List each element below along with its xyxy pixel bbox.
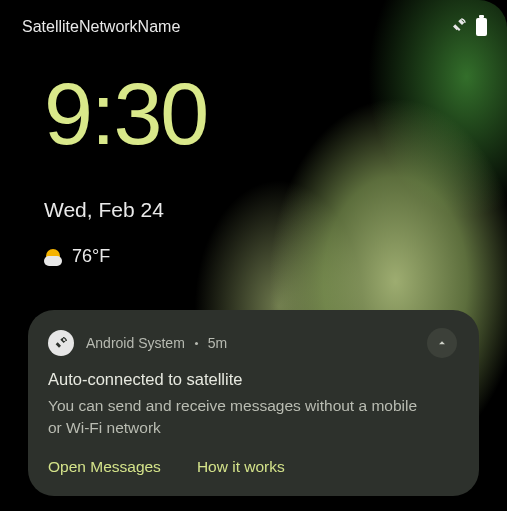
status-icons bbox=[450, 16, 487, 38]
status-bar: SatelliteNetworkName bbox=[22, 16, 487, 38]
satellite-icon bbox=[450, 16, 468, 38]
notification-header: Android System 5m bbox=[48, 330, 457, 356]
notification-source-row: Android System 5m bbox=[86, 335, 227, 351]
notification-title: Auto-connected to satellite bbox=[48, 370, 457, 389]
partly-cloudy-icon bbox=[44, 247, 64, 267]
notification-actions: Open Messages How it works bbox=[48, 458, 457, 476]
lock-date: Wed, Feb 24 bbox=[44, 198, 164, 222]
notification-body: You can send and receive messages withou… bbox=[48, 395, 424, 440]
expand-button[interactable] bbox=[427, 328, 457, 358]
network-name-label: SatelliteNetworkName bbox=[22, 18, 180, 36]
separator-dot bbox=[195, 342, 198, 345]
lock-clock: 9:30 bbox=[44, 70, 207, 158]
notification-age: 5m bbox=[208, 335, 227, 351]
lock-screen: SatelliteNetworkName 9:30 Wed, Feb 24 76… bbox=[0, 0, 507, 511]
battery-full-icon bbox=[476, 18, 487, 36]
satellite-dish-icon bbox=[48, 330, 74, 356]
how-it-works-button[interactable]: How it works bbox=[197, 458, 285, 476]
weather-temp: 76°F bbox=[72, 246, 110, 267]
open-messages-button[interactable]: Open Messages bbox=[48, 458, 161, 476]
weather-widget[interactable]: 76°F bbox=[44, 246, 110, 267]
notification-source: Android System bbox=[86, 335, 185, 351]
notification-card[interactable]: Android System 5m Auto-connected to sate… bbox=[28, 310, 479, 496]
chevron-up-icon bbox=[435, 336, 449, 350]
